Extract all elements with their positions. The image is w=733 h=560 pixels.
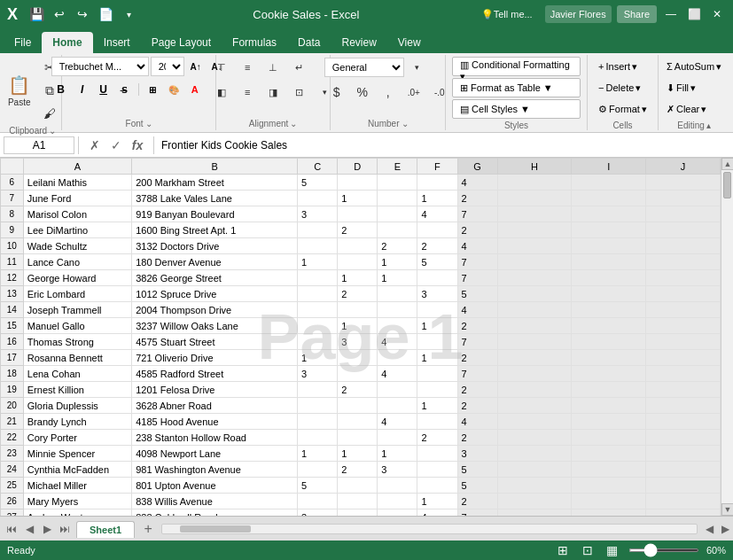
cell-c12[interactable] bbox=[298, 270, 338, 286]
cell-a23[interactable]: Minnie Spencer bbox=[23, 446, 131, 462]
cell-j12[interactable] bbox=[646, 270, 721, 286]
cell-d15[interactable]: 1 bbox=[338, 318, 378, 334]
cell-h9[interactable] bbox=[497, 222, 572, 238]
cell-b6[interactable]: 200 Markham Street bbox=[132, 175, 298, 191]
tab-insert[interactable]: Insert bbox=[93, 32, 141, 53]
cell-a8[interactable]: Marisol Colon bbox=[23, 206, 131, 222]
cell-d10[interactable] bbox=[338, 238, 378, 254]
cell-b24[interactable]: 981 Washington Avenue bbox=[132, 462, 298, 478]
cell-a25[interactable]: Michael Miller bbox=[23, 478, 131, 494]
cell-g24[interactable]: 5 bbox=[457, 462, 497, 478]
cell-f21[interactable] bbox=[417, 414, 457, 430]
cell-b9[interactable]: 1600 Bing Street Apt. 1 bbox=[132, 222, 298, 238]
cell-e10[interactable]: 2 bbox=[378, 238, 417, 254]
col-header-h[interactable]: H bbox=[497, 159, 572, 175]
cell-g12[interactable]: 7 bbox=[457, 270, 497, 286]
cell-c9[interactable] bbox=[298, 222, 338, 238]
cell-d9[interactable]: 2 bbox=[338, 222, 378, 238]
underline-button[interactable]: U bbox=[94, 80, 113, 99]
cell-c6[interactable]: 5 bbox=[298, 175, 338, 191]
scroll-thumb[interactable] bbox=[723, 172, 731, 198]
cell-g26[interactable]: 2 bbox=[457, 494, 497, 509]
cell-f7[interactable]: 1 bbox=[417, 191, 457, 206]
cell-j8[interactable] bbox=[646, 206, 721, 222]
row-header[interactable]: 10 bbox=[1, 238, 24, 254]
cell-i15[interactable] bbox=[572, 318, 646, 334]
col-header-c[interactable]: C bbox=[298, 159, 338, 175]
text-wrap-button[interactable]: ↵ bbox=[286, 57, 311, 78]
cell-g27[interactable]: 7 bbox=[457, 509, 497, 517]
cell-d17[interactable] bbox=[338, 350, 378, 366]
cell-f22[interactable]: 2 bbox=[417, 430, 457, 446]
cell-i10[interactable] bbox=[572, 238, 646, 254]
cell-c18[interactable]: 3 bbox=[298, 366, 338, 382]
row-header[interactable]: 12 bbox=[1, 270, 24, 286]
sheet-next-button[interactable]: ▶ bbox=[39, 521, 55, 537]
cell-c14[interactable] bbox=[298, 302, 338, 318]
cell-f15[interactable]: 1 bbox=[417, 318, 457, 334]
cell-b16[interactable]: 4575 Stuart Street bbox=[132, 334, 298, 350]
cell-f9[interactable] bbox=[417, 222, 457, 238]
cell-h16[interactable] bbox=[497, 334, 572, 350]
cell-e9[interactable] bbox=[378, 222, 417, 238]
cell-d24[interactable]: 2 bbox=[338, 462, 378, 478]
add-sheet-button[interactable]: + bbox=[138, 519, 158, 539]
col-header-f[interactable]: F bbox=[417, 159, 457, 175]
cell-d25[interactable] bbox=[338, 478, 378, 494]
close-button[interactable]: ✕ bbox=[708, 5, 726, 23]
cell-f6[interactable] bbox=[417, 175, 457, 191]
tab-home[interactable]: Home bbox=[42, 32, 92, 53]
cell-f16[interactable] bbox=[417, 334, 457, 350]
row-header[interactable]: 8 bbox=[1, 206, 24, 222]
col-header-i[interactable]: I bbox=[572, 159, 646, 175]
cell-c22[interactable] bbox=[298, 430, 338, 446]
cell-d26[interactable] bbox=[338, 494, 378, 509]
horiz-scroll-thumb[interactable] bbox=[180, 525, 251, 533]
cell-j16[interactable] bbox=[646, 334, 721, 350]
cell-i25[interactable] bbox=[572, 478, 646, 494]
cell-e23[interactable]: 1 bbox=[378, 446, 417, 462]
cell-j7[interactable] bbox=[646, 191, 721, 206]
cell-b22[interactable]: 238 Stanton Hollow Road bbox=[132, 430, 298, 446]
cell-c25[interactable]: 5 bbox=[298, 478, 338, 494]
cell-i14[interactable] bbox=[572, 302, 646, 318]
cell-b12[interactable]: 3826 George Street bbox=[132, 270, 298, 286]
cell-d6[interactable] bbox=[338, 175, 378, 191]
cell-c7[interactable] bbox=[298, 191, 338, 206]
cell-f17[interactable]: 1 bbox=[417, 350, 457, 366]
share-button[interactable]: Share bbox=[617, 5, 657, 23]
row-header[interactable]: 14 bbox=[1, 302, 24, 318]
cell-a10[interactable]: Wade Schultz bbox=[23, 238, 131, 254]
cell-j24[interactable] bbox=[646, 462, 721, 478]
cell-i6[interactable] bbox=[572, 175, 646, 191]
cell-i22[interactable] bbox=[572, 430, 646, 446]
cell-d19[interactable]: 2 bbox=[338, 382, 378, 398]
align-top-button[interactable]: ⊤ bbox=[209, 57, 234, 78]
cell-f8[interactable]: 4 bbox=[417, 206, 457, 222]
cell-f19[interactable] bbox=[417, 382, 457, 398]
cell-j13[interactable] bbox=[646, 286, 721, 302]
cell-a7[interactable]: June Ford bbox=[23, 191, 131, 206]
cell-reference-input[interactable] bbox=[4, 136, 74, 154]
cell-g14[interactable]: 4 bbox=[457, 302, 497, 318]
col-header-j[interactable]: J bbox=[646, 159, 721, 175]
cell-h26[interactable] bbox=[497, 494, 572, 509]
cell-d12[interactable]: 1 bbox=[338, 270, 378, 286]
row-header[interactable]: 15 bbox=[1, 318, 24, 334]
cell-e16[interactable]: 4 bbox=[378, 334, 417, 350]
cell-c27[interactable]: 3 bbox=[298, 509, 338, 517]
cell-e19[interactable] bbox=[378, 382, 417, 398]
formula-cancel-button[interactable]: ✗ bbox=[86, 136, 104, 154]
cell-a11[interactable]: Lance Cano bbox=[23, 254, 131, 270]
cell-h17[interactable] bbox=[497, 350, 572, 366]
row-header[interactable]: 20 bbox=[1, 398, 24, 414]
cell-b14[interactable]: 2004 Thompson Drive bbox=[132, 302, 298, 318]
zoom-slider[interactable] bbox=[628, 548, 699, 552]
cell-a19[interactable]: Ernest Killion bbox=[23, 382, 131, 398]
cell-i7[interactable] bbox=[572, 191, 646, 206]
cell-j14[interactable] bbox=[646, 302, 721, 318]
cell-h24[interactable] bbox=[497, 462, 572, 478]
number-format-selector[interactable]: General bbox=[324, 58, 404, 77]
cell-f25[interactable] bbox=[417, 478, 457, 494]
cell-h6[interactable] bbox=[497, 175, 572, 191]
